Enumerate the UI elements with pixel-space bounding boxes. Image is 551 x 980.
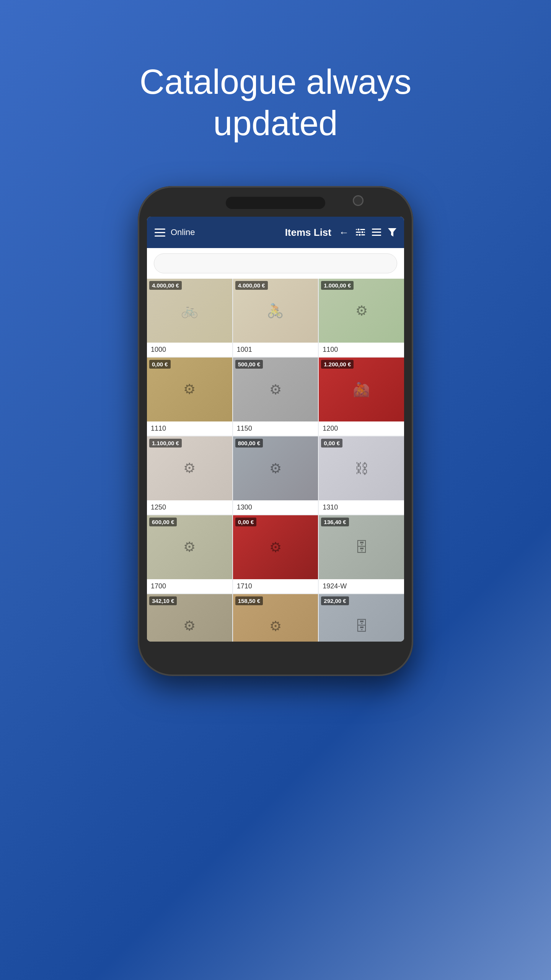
header-icons: ← [339, 227, 396, 238]
grid-row: ⚙ 600,00 € 1700 ⚙ 0,00 € 1710 🗄 136,40 €… [147, 515, 404, 593]
item-price: 0,00 € [321, 439, 342, 448]
header-title: Items List [285, 227, 331, 238]
list-item[interactable]: ⚙ 500,00 € 1150 [233, 358, 318, 436]
hamburger-menu-button[interactable] [155, 229, 165, 237]
funnel-filter-icon[interactable] [388, 228, 396, 237]
item-price: 1.000,00 € [321, 281, 354, 290]
item-code: 1150 [233, 421, 318, 436]
item-code: 1100 [319, 343, 404, 357]
item-code: 1710 [233, 579, 318, 593]
svg-point-4 [361, 231, 364, 234]
list-item[interactable]: ⚙ 1.100,00 € 1250 [147, 436, 232, 514]
item-code: 1110 [147, 421, 232, 436]
list-item[interactable]: ⚙ 600,00 € 1700 [147, 515, 232, 593]
list-item[interactable]: 🚵 1.200,00 € 1200 [319, 358, 404, 436]
headline-text: Catalogue always updated [140, 61, 411, 144]
svg-marker-9 [388, 228, 396, 237]
item-price: 500,00 € [235, 360, 263, 369]
item-code: 1250 [147, 500, 232, 514]
list-item[interactable]: 🗄 136,40 € 1924-W [319, 515, 404, 593]
list-item[interactable]: ⚙ 158,50 € [233, 594, 318, 642]
search-bar [147, 248, 404, 279]
list-item[interactable]: 🚲 4.000,00 € 1000 [147, 279, 232, 357]
item-price: 4.000,00 € [149, 281, 182, 290]
phone-speaker [226, 197, 325, 209]
list-item[interactable]: ⚙ 800,00 € 1300 [233, 436, 318, 514]
item-price: 342,10 € [149, 596, 177, 605]
items-grid: 🚲 4.000,00 € 1000 🚴 4.000,00 € 1001 ⚙ 1.… [147, 279, 404, 642]
list-item[interactable]: ⚙ 0,00 € 1110 [147, 358, 232, 436]
list-view-icon[interactable] [372, 228, 381, 237]
filter-sliders-icon[interactable] [356, 228, 365, 237]
item-price: 158,50 € [235, 596, 263, 605]
online-status-label: Online [171, 227, 195, 237]
item-price: 800,00 € [235, 439, 263, 448]
item-price: 0,00 € [235, 518, 257, 526]
item-price: 1.100,00 € [149, 439, 182, 448]
item-code: 1924-W [319, 579, 404, 593]
grid-row: 🚲 4.000,00 € 1000 🚴 4.000,00 € 1001 ⚙ 1.… [147, 279, 404, 357]
item-price: 1.200,00 € [321, 360, 354, 369]
grid-row: ⚙ 1.100,00 € 1250 ⚙ 800,00 € 1300 ⛓ 0,00… [147, 436, 404, 514]
item-code: 1000 [147, 343, 232, 357]
list-item[interactable]: 🚴 4.000,00 € 1001 [233, 279, 318, 357]
phone-device: Online Items List ← [138, 186, 413, 676]
list-item[interactable]: ⛓ 0,00 € 1310 [319, 436, 404, 514]
item-code: 1300 [233, 500, 318, 514]
svg-rect-8 [372, 235, 381, 236]
item-price: 0,00 € [149, 360, 171, 369]
headline: Catalogue always updated [140, 31, 411, 167]
search-input[interactable] [154, 253, 397, 273]
svg-point-5 [359, 234, 361, 236]
item-price: 136,40 € [321, 518, 349, 526]
grid-row: ⚙ 342,10 € ⚙ 158,50 € 🗄 292,00 € [147, 594, 404, 642]
list-item[interactable]: ⚙ 1.000,00 € 1100 [319, 279, 404, 357]
list-item[interactable]: ⚙ 0,00 € 1710 [233, 515, 318, 593]
list-item[interactable]: ⚙ 342,10 € [147, 594, 232, 642]
app-header: Online Items List ← [147, 217, 404, 248]
phone-screen: Online Items List ← [147, 217, 404, 642]
svg-point-3 [357, 228, 360, 231]
item-price: 292,00 € [321, 596, 349, 605]
item-price: 4.000,00 € [235, 281, 268, 290]
item-code: 1700 [147, 579, 232, 593]
item-code: 1001 [233, 343, 318, 357]
svg-rect-6 [372, 229, 381, 230]
svg-rect-7 [372, 232, 381, 233]
item-code: 1200 [319, 421, 404, 436]
item-code: 1310 [319, 500, 404, 514]
item-price: 600,00 € [149, 518, 177, 526]
back-icon[interactable]: ← [339, 227, 349, 238]
list-item[interactable]: 🗄 292,00 € [319, 594, 404, 642]
phone-camera [353, 195, 364, 206]
grid-row: ⚙ 0,00 € 1110 ⚙ 500,00 € 1150 🚵 1.200,00… [147, 358, 404, 436]
